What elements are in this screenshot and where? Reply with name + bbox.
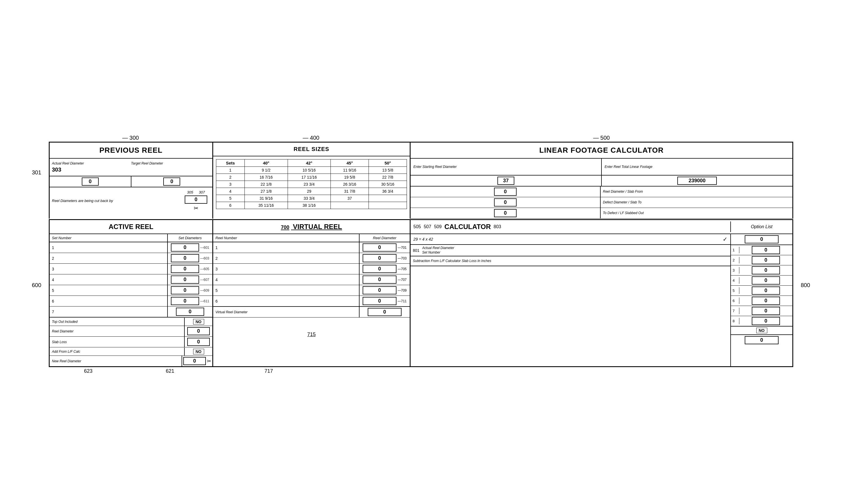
active-set-input-5[interactable]: 0	[171, 297, 199, 305]
calc-option-area: 29 = 4 x 42 ✓ 801 Actual Reel Diameter S…	[411, 234, 792, 366]
previous-reel-header: PREVIOUS REEL	[50, 143, 212, 159]
option-input-0[interactable]: 0	[752, 246, 780, 254]
virt-reel-row-3: 40—707	[213, 274, 410, 285]
option-input-6[interactable]: 0	[752, 307, 780, 315]
active-set-input-1[interactable]: 0	[171, 254, 199, 262]
virt-reel-input-5[interactable]: 0	[363, 297, 396, 305]
active-set-row-1: 20—603	[50, 253, 212, 264]
virt-reel-input-0[interactable]: 0	[363, 244, 396, 252]
col-45: 45°	[331, 160, 369, 167]
virtual-reel-title: VIRTUAL REEL	[293, 223, 342, 231]
active-set-val-3: 0—607	[167, 274, 212, 285]
option-num-3: 4	[731, 277, 739, 284]
active-set-ref-1: —603	[200, 256, 209, 260]
reel-sizes-cell-r4c0: 5	[216, 195, 245, 202]
active-set-ref-4: —609	[200, 288, 209, 292]
reel-sizes-cell-r0c1: 9 1/2	[244, 167, 288, 174]
virt-reel-ref-3: —707	[398, 278, 407, 282]
cut-back-label: Reel Diameters are being cut back by	[52, 198, 182, 203]
calc-title: CALCULATOR	[444, 223, 491, 231]
lf-slab-input-2[interactable]: 0	[494, 209, 517, 217]
active-set-input-2[interactable]: 0	[171, 265, 199, 273]
new-reel-input[interactable]: 0	[183, 357, 206, 365]
reel-sizes-cell-r5c0: 6	[216, 202, 245, 209]
lf-calc-title: LINEAR FOOTAGE CALCULATOR	[539, 146, 664, 155]
option-top-value: 0	[731, 234, 792, 245]
add-from-input[interactable]: NO	[193, 349, 204, 355]
virtual-reel-rows: 10—70120—70330—70540—70750—70960—711	[213, 242, 410, 306]
lf-calc-panel: LINEAR FOOTAGE CALCULATOR Enter Starting…	[411, 143, 792, 219]
reel-sizes-row-0: 19 1/210 5/1611 9/1613 5/8	[216, 167, 407, 174]
start-diam-input[interactable]: 37	[497, 177, 514, 185]
option-input-5[interactable]: 0	[752, 296, 780, 305]
reel-sizes-cell-r0c3: 11 9/16	[331, 167, 369, 174]
reel-sizes-table: Sets 40° 42° 45° 50° 19 1/210 5/1611 9/1…	[216, 159, 407, 209]
active-set-input-0[interactable]: 0	[171, 244, 199, 252]
virt-reel-input-1[interactable]: 0	[363, 254, 396, 262]
virt-reel-ref-4: —709	[398, 288, 407, 292]
reel-sizes-cell-r0c0: 1	[216, 167, 245, 174]
option-row-0: 10	[731, 245, 792, 255]
slab-loss-val: 0	[184, 337, 212, 347]
actual-diam-value[interactable]: 0	[82, 178, 99, 186]
virt-reel-input-4[interactable]: 0	[363, 286, 396, 294]
active-set-input-3[interactable]: 0	[171, 275, 199, 284]
active-set-input-6[interactable]: 0	[176, 308, 204, 316]
previous-reel-title: PREVIOUS REEL	[100, 146, 163, 155]
reel-sizes-cell-r1c2: 17 11/16	[288, 174, 331, 181]
virt-reel-row-1: 20—703	[213, 253, 410, 264]
option-bottom-input[interactable]: 0	[745, 336, 778, 344]
lf-slab-rows: 0Reel Diameter / Slab From0Defect Diamet…	[411, 186, 792, 219]
virt-diam-val: 0	[359, 307, 410, 317]
actual-diam-ref-num: 303	[52, 166, 131, 173]
lf-slab-input-0[interactable]: 0	[494, 187, 517, 196]
active-bottom-rows: Top Out Included NO Reel Diameter 0 Slab…	[50, 317, 212, 366]
virt-reel-input-2[interactable]: 0	[363, 265, 396, 273]
active-set-row-3: 40—607	[50, 274, 212, 285]
slab-loss-input[interactable]: 0	[187, 338, 210, 346]
option-row-2: 30	[731, 265, 792, 275]
option-input-2[interactable]: 0	[752, 266, 780, 274]
formula-text: 29 = 4 x 42	[413, 237, 433, 241]
total-lf-input[interactable]: 239000	[677, 177, 717, 185]
target-diam-value[interactable]: 0	[163, 178, 180, 186]
reel-sizes-cell-r5c4	[369, 202, 407, 209]
virt-reel-num-4: 5	[213, 287, 359, 294]
top-out-input[interactable]: NO	[193, 319, 204, 325]
calc-refs: 505 507 509 CALCULATOR 803	[411, 222, 731, 232]
virt-reel-input-3[interactable]: 0	[363, 275, 396, 284]
virt-reel-val-3: 0—707	[359, 274, 410, 285]
reel-sizes-cell-r1c4: 22 7/8	[369, 174, 407, 181]
active-set-row-4: 50—609	[50, 285, 212, 296]
reel-sizes-panel: REEL SIZES Sets 40° 42° 45° 50° 19 1/2	[213, 143, 411, 219]
actual-diam-cell: Actual Reel Diameter 303	[52, 161, 131, 173]
virt-reel-val-4: 0—709	[359, 285, 410, 295]
option-top-input[interactable]: 0	[745, 235, 778, 244]
option-no-value: NO	[731, 326, 792, 335]
scissors-icon: ✂	[194, 205, 199, 212]
option-num-4: 5	[731, 287, 739, 294]
option-input-1[interactable]: 0	[752, 256, 780, 264]
option-input-3[interactable]: 0	[752, 276, 780, 285]
option-no-input[interactable]: NO	[756, 328, 767, 333]
checkmark[interactable]: ✓	[723, 236, 727, 242]
option-val-7: 0	[739, 316, 792, 326]
reel-sizes-cell-r2c0: 3	[216, 181, 245, 188]
cut-back-value[interactable]: 0	[185, 196, 207, 204]
formula-row: 29 = 4 x 42 ✓	[411, 234, 731, 245]
lf-calc-header: LINEAR FOOTAGE CALCULATOR	[411, 143, 792, 159]
active-set-input-4[interactable]: 0	[171, 286, 199, 294]
option-input-7[interactable]: 0	[752, 317, 780, 325]
values-row: 0 0	[50, 176, 212, 187]
active-col-headers: Set Number Set Diameters	[50, 234, 212, 242]
option-num-2: 3	[731, 267, 739, 273]
option-input-4[interactable]: 0	[752, 287, 780, 295]
ref-300: — 300	[49, 130, 212, 141]
reel-diam-input[interactable]: 0	[187, 327, 210, 335]
lf-slab-input-1[interactable]: 0	[494, 198, 517, 206]
reel-sizes-cell-r1c1: 16 7/16	[244, 174, 288, 181]
col-sets: Sets	[216, 160, 245, 167]
diameter-row: Actual Reel Diameter 303 Target Reel Dia…	[50, 159, 212, 176]
calc-actual-diam-label: Actual Reel Diameter Set Number	[422, 246, 454, 255]
virt-diam-input[interactable]: 0	[368, 308, 401, 316]
